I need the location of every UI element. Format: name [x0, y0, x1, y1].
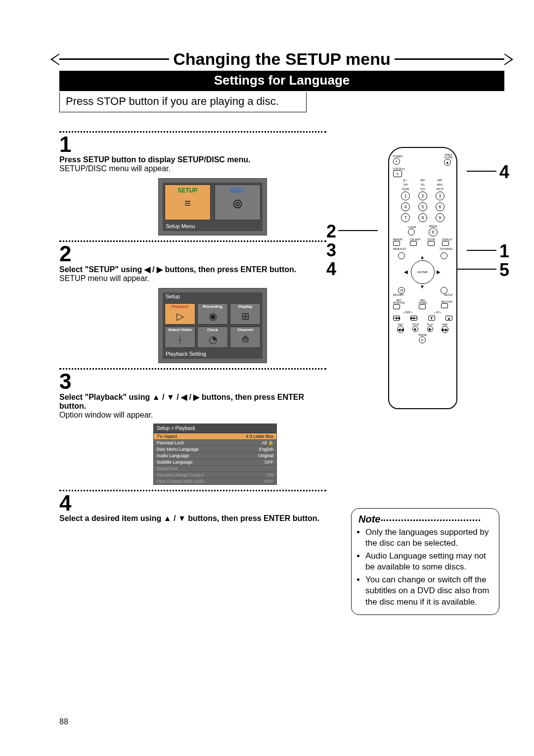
- grid-recording: Recording◉: [197, 303, 228, 325]
- option-value: English: [259, 447, 273, 452]
- option-value: OFF: [265, 460, 273, 465]
- setup-grid: Playback▷ Recording◉ Display⊞ Select Vid…: [163, 301, 263, 350]
- repeat-label: REPEAT: [393, 238, 403, 241]
- grid-playback: Playback▷: [165, 303, 195, 325]
- dpad-down-icon: ▼: [420, 284, 425, 289]
- option-key: TV Aspect: [157, 434, 177, 439]
- num-label: TUV: [415, 188, 431, 190]
- option-row: Digital Out: [154, 465, 276, 472]
- step-1-plain: SETUP/DISC menu will appear.: [59, 164, 326, 173]
- step-1-bold: Press SETUP button to display SETUP/DISC…: [59, 155, 250, 164]
- num-button-icon: 1: [401, 191, 410, 200]
- option-row: Parental LockAll 🔒: [154, 439, 276, 446]
- option-value: ON: [267, 472, 274, 477]
- num-button-icon: 7: [401, 213, 410, 222]
- fwd-button-icon: ▶▶: [442, 326, 448, 333]
- fwd-label: FWD: [442, 324, 448, 326]
- clock-icon: ◔: [198, 333, 227, 345]
- option-value: Original: [258, 453, 273, 458]
- steps-column: 1 Press SETUP button to display SETUP/DI…: [59, 127, 326, 523]
- grid-label: Recording: [198, 305, 227, 309]
- option-row: Disc Menu LanguageEnglish: [154, 446, 276, 452]
- stop-label: STOP: [412, 324, 419, 326]
- num-label: DEF: [432, 179, 447, 182]
- grid-clock: Clock◔: [197, 327, 228, 348]
- callout-4-right: 4: [499, 162, 509, 183]
- num-label: ABC: [415, 179, 431, 182]
- num-label: JKL: [415, 184, 431, 186]
- cmskip-button-icon: [410, 241, 417, 246]
- option-key: Subtitle Language: [157, 460, 193, 465]
- skip-label: ┌ SKIP ┐: [393, 311, 423, 314]
- num-button-icon: 6: [436, 202, 445, 211]
- skip-next-icon: ▶▶I: [410, 316, 417, 321]
- step-number-4: 4: [59, 492, 326, 514]
- option-row: Fast Forward with AudioOFF: [154, 478, 276, 484]
- setup-tab-label: SETUP: [178, 187, 197, 194]
- power-button-icon: •: [393, 158, 400, 165]
- step-4-bold-b: buttons, then press ENTER button.: [188, 514, 319, 522]
- press-stop-instruction: Press STOP button if you are playing a d…: [59, 92, 307, 112]
- power-label: POWER: [393, 155, 402, 158]
- step-number-3: 3: [59, 371, 326, 392]
- zero-button-icon: 0: [429, 228, 438, 236]
- cmskip-label: CM SKIP: [410, 238, 420, 241]
- page-title-row: Changing the SETUP menu: [59, 49, 504, 69]
- clear-label: CLEAR: [408, 226, 416, 229]
- dpad-right-icon: ▶: [437, 269, 441, 275]
- all-arrows-icon: ▲ / ▼ / ◀ / ▶: [152, 393, 200, 401]
- option-value: 4:3 Letter Box: [246, 434, 273, 439]
- ch-down-icon: ▼: [428, 316, 435, 321]
- num-button-icon: 8: [418, 213, 427, 222]
- return-label: RETURN: [393, 294, 403, 296]
- grid-channel: Channel⟰: [230, 327, 261, 348]
- space-label: SPACE: [429, 225, 438, 228]
- dpad-left-icon: ◀: [404, 269, 408, 275]
- enter-button-icon: ENTER: [411, 260, 435, 284]
- return-button-icon: ↺: [398, 287, 405, 294]
- num-label: WXYZ: [432, 188, 447, 190]
- callout-line: [338, 230, 378, 231]
- step-2-bold-b: buttons, then press ENTER button.: [165, 265, 296, 274]
- option-key: Fast Forward with Audio: [157, 479, 205, 484]
- step-number-1: 1: [59, 134, 326, 155]
- right-column: 2 3 4 4 1 5 POWER • OPEN/ CLOSE ▲: [341, 127, 504, 523]
- num-button-icon: 2: [418, 191, 427, 200]
- left-right-arrows-icon: ◀ / ▶: [144, 265, 163, 274]
- grid-display: Display⊞: [230, 303, 261, 325]
- play-icon: ▷: [165, 310, 195, 322]
- screen2-caption: Playback Setting: [163, 350, 263, 359]
- num-button-icon: 5: [418, 202, 427, 211]
- setup-button-icon: [441, 287, 447, 294]
- disc-tab: DISC ◎: [215, 185, 261, 220]
- plug-icon: ⟊: [165, 333, 195, 345]
- note-title: Note: [358, 514, 380, 524]
- rec-monitor-button-icon: [393, 304, 400, 309]
- callout-2: 2: [326, 221, 336, 242]
- note-box: Note Only the languages supported by the…: [351, 508, 499, 615]
- dpad-up-icon: ▲: [420, 254, 425, 260]
- callout-3: 3: [326, 240, 336, 261]
- stop-button-icon: ■: [412, 326, 418, 332]
- up-down-arrows-icon: ▲ / ▼: [164, 514, 186, 522]
- note-item: Only the languages supported by the disc…: [365, 527, 492, 549]
- open-close-label: OPEN/ CLOSE: [444, 154, 452, 159]
- grid-label: Playback: [165, 305, 195, 309]
- divider: [59, 131, 326, 133]
- repeat-button-icon: [393, 241, 400, 246]
- option-key: Dynamic Range Control: [157, 472, 204, 477]
- option-row: Subtitle LanguageOFF: [154, 459, 276, 465]
- grid-label: Channel: [230, 328, 260, 332]
- pause-label: PAUSE: [419, 334, 427, 336]
- section-heading: Settings for Language: [59, 71, 504, 91]
- option-key: Parental Lock: [157, 440, 184, 445]
- rec-otr-button-icon: [441, 303, 448, 308]
- step-3-plain: Option window will appear.: [59, 411, 326, 420]
- num-label: GHI: [398, 184, 413, 186]
- display-label: DISPLAY: [442, 238, 452, 241]
- setup-tab: SETUP ≡: [165, 185, 211, 220]
- callout-5: 5: [499, 260, 509, 281]
- rec-speed-label: REC SPEED: [419, 299, 427, 304]
- antenna-icon: ⟰: [230, 333, 260, 345]
- play-label: PLAY: [427, 324, 433, 326]
